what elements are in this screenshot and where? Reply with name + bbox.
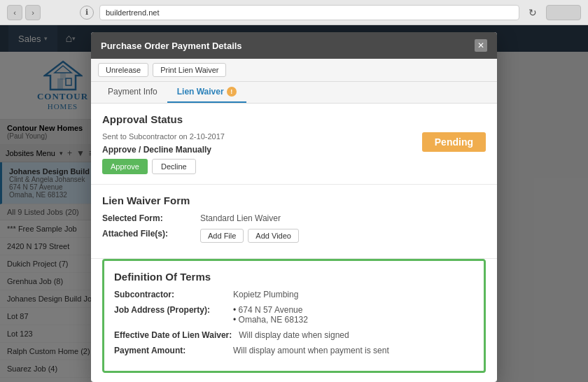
job-address-line1: 674 N 57 Avenue <box>233 305 474 315</box>
approval-section: Approval Status Sent to Subcontractor on… <box>91 104 497 185</box>
modal-close-button[interactable]: ✕ <box>475 39 487 52</box>
approval-section-title: Approval Status <box>102 113 486 125</box>
lien-waiver-badge: ! <box>227 87 237 97</box>
job-address-row: Job Address (Property): 674 N 57 Avenue … <box>114 305 474 325</box>
approve-button[interactable]: Approve <box>102 159 148 174</box>
modal-tabs: Payment Info Lien Waiver ! <box>91 82 497 104</box>
approval-info: Sent to Subcontractor on 2-10-2017 Appro… <box>102 132 422 174</box>
tab-payment-info[interactable]: Payment Info <box>98 82 167 103</box>
modal-header: Purchase Order Payment Details ✕ <box>91 32 497 59</box>
attached-files-row: Attached File(s): Add File Add Video <box>102 229 486 243</box>
tab-lien-waiver[interactable]: Lien Waiver ! <box>167 82 246 103</box>
app-background: Sales ▾ ⌂ ▾ Project M ▾ <box>0 25 588 382</box>
browser-chrome: ‹ › ℹ buildertrend.net ↻ <box>0 0 588 25</box>
approval-row: Sent to Subcontractor on 2-10-2017 Appro… <box>102 132 486 174</box>
add-file-button[interactable]: Add File <box>200 229 244 243</box>
file-actions: Add File Add Video <box>200 229 299 243</box>
modal-overlay: Purchase Order Payment Details ✕ Unrelea… <box>0 25 588 382</box>
payment-info-tab-label: Payment Info <box>108 87 158 97</box>
selected-form-row: Selected Form: Standard Lien Waiver <box>102 213 486 223</box>
job-address-value: 674 N 57 Avenue Omaha, NE 68132 <box>233 305 474 325</box>
nav-buttons: ‹ › <box>7 5 41 20</box>
subcontractor-value: Kopietz Plumbing <box>233 290 474 299</box>
window-controls <box>546 5 581 20</box>
url-text: buildertrend.net <box>106 8 159 17</box>
job-address-line2: Omaha, NE 68132 <box>233 315 474 325</box>
payment-amount-row: Payment Amount: Will display amount when… <box>114 346 474 355</box>
modal-toolbar: Unrelease Print Lien Waiver <box>91 59 497 82</box>
approval-buttons: Approve Decline <box>102 159 422 174</box>
lien-waiver-tab-label: Lien Waiver <box>177 87 224 97</box>
lien-waiver-form-section: Lien Waiver Form Selected Form: Standard… <box>91 185 497 259</box>
attached-files-label: Attached File(s): <box>102 229 193 239</box>
payment-amount-label: Payment Amount: <box>114 346 226 355</box>
url-bar[interactable]: buildertrend.net <box>99 5 519 20</box>
unrelease-button[interactable]: Unrelease <box>98 63 148 77</box>
definition-title: Definition Of Terms <box>114 271 474 283</box>
payment-amount-value: Will display amount when payment is sent <box>233 346 474 355</box>
refresh-button[interactable]: ↻ <box>525 5 540 20</box>
definition-of-terms-section: Definition Of Terms Subcontractor: Kopie… <box>102 259 486 373</box>
lien-waiver-form-title: Lien Waiver Form <box>102 194 486 206</box>
subcontractor-label: Subcontractor: <box>114 290 226 299</box>
effective-date-value: Will display date when signed <box>239 330 474 340</box>
approval-sent-text: Sent to Subcontractor on 2-10-2017 <box>102 132 422 141</box>
print-lien-waiver-button[interactable]: Print Lien Waiver <box>153 63 226 77</box>
subcontractor-row: Subcontractor: Kopietz Plumbing <box>114 290 474 299</box>
forward-button[interactable]: › <box>25 5 41 20</box>
effective-date-row: Effective Date of Lien Waiver: Will disp… <box>114 330 474 340</box>
back-button[interactable]: ‹ <box>7 5 22 20</box>
modal-title: Purchase Order Payment Details <box>101 41 242 51</box>
info-button[interactable]: ℹ <box>80 6 94 20</box>
selected-form-label: Selected Form: <box>102 213 193 223</box>
decline-button[interactable]: Decline <box>152 159 196 174</box>
selected-form-value: Standard Lien Waiver <box>200 213 486 223</box>
purchase-order-modal: Purchase Order Payment Details ✕ Unrelea… <box>91 32 497 382</box>
modal-body: Approval Status Sent to Subcontractor on… <box>91 104 497 382</box>
add-video-button[interactable]: Add Video <box>248 229 299 243</box>
badge-icon: ! <box>230 88 232 95</box>
job-address-label: Job Address (Property): <box>114 305 226 315</box>
pending-status-badge: Pending <box>422 132 486 152</box>
approval-manual-label: Approve / Decline Manually <box>102 145 422 155</box>
effective-date-label: Effective Date of Lien Waiver: <box>114 330 232 340</box>
